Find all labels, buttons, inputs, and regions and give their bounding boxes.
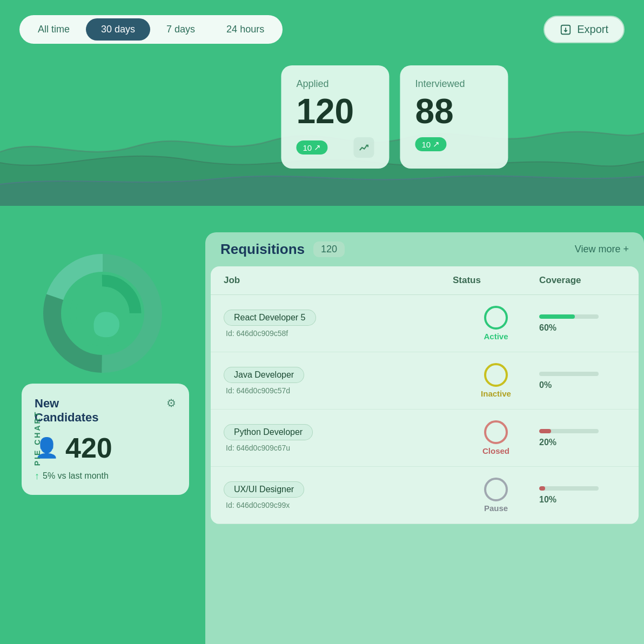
table-row: React Developer 5 Id: 646d0c909c58f Acti… [211,295,639,352]
count-number: 420 [65,432,112,464]
status-circle-2 [484,420,508,444]
applied-chart-icon [353,137,374,158]
job-cell-2: Python Developer Id: 646d0c909c67u [224,424,453,452]
status-circle-3 [484,478,508,501]
progress-bar-fill-2 [539,429,551,433]
requisitions-header: Requisitions 120 View more + [205,232,644,266]
applied-card: Applied 120 10 ↗ [281,65,389,169]
filter-7-days[interactable]: 7 days [151,18,210,41]
settings-icon[interactable]: ⚙ [166,397,176,410]
coverage-cell-3: 10% [539,486,626,505]
pie-chart-label: PIE CHART [33,411,42,466]
requisitions-count-badge: 120 [313,242,345,257]
job-name-1: Java Developer [224,367,304,383]
filter-24-hours[interactable]: 24 hours [211,18,279,41]
job-cell-3: UX/UI Designer Id: 646d0c909c99x [224,481,453,509]
interviewed-card: Interviewed 88 10 ↗ [400,65,508,169]
new-candidates-header: NewCandidates ⚙ [35,397,176,425]
col-status: Status [453,275,539,286]
applied-footer: 10 ↗ [296,137,374,158]
table-row: Java Developer Id: 646d0c909c57d Inactiv… [211,352,639,410]
job-name-0: React Developer 5 [224,310,316,326]
export-icon [560,24,572,36]
filter-all-time[interactable]: All time [23,18,85,41]
coverage-pct-0: 60% [539,323,626,333]
new-candidates-title: NewCandidates [35,397,99,425]
coverage-pct-2: 20% [539,438,626,447]
filter-30-days[interactable]: 30 days [86,18,150,41]
bottom-section: PIE CHART NewCandidates ⚙ [0,232,644,644]
status-label-3: Pause [484,504,508,513]
applied-label: Applied [296,78,374,90]
col-job: Job [224,275,453,286]
status-cell-0: Active [453,306,539,341]
status-cell-1: Inactive [453,363,539,398]
applied-value: 120 [296,94,374,129]
job-id-0: Id: 646d0c909c58f [224,329,453,338]
interviewed-footer: 10 ↗ [415,137,493,151]
pie-chart [43,254,162,373]
left-panel: PIE CHART NewCandidates ⚙ [0,232,205,644]
job-id-2: Id: 646d0c909c67u [224,444,453,452]
progress-bar-fill-0 [539,314,575,319]
progress-bar-bg-2 [539,429,599,433]
job-cell-0: React Developer 5 Id: 646d0c909c58f [224,310,453,338]
growth-badge: ↑ 5% vs last month [35,471,176,482]
table-row: UX/UI Designer Id: 646d0c909c99x Pause 1… [211,467,639,524]
status-label-0: Active [484,332,508,341]
up-arrow-icon: ↑ [35,471,39,482]
requisitions-table: Job Status Coverage React Developer 5 Id… [211,266,639,524]
chart-area: Applied 120 10 ↗ Interviewed 88 [0,55,644,206]
interviewed-label: Interviewed [415,78,493,90]
applied-badge: 10 ↗ [296,140,327,155]
col-coverage: Coverage [539,275,626,286]
header: All time 30 days 7 days 24 hours Export [0,0,644,55]
view-more-button[interactable]: View more + [575,244,629,255]
status-circle-0 [484,306,508,330]
coverage-cell-1: 0% [539,372,626,390]
export-button[interactable]: Export [544,16,625,43]
table-header: Job Status Coverage [211,266,639,295]
job-cell-1: Java Developer Id: 646d0c909c57d [224,367,453,395]
coverage-pct-1: 0% [539,380,626,390]
coverage-pct-3: 10% [539,495,626,505]
interviewed-value: 88 [415,94,493,129]
stat-cards: Applied 120 10 ↗ Interviewed 88 [281,65,508,169]
job-id-1: Id: 646d0c909c57d [224,386,453,395]
progress-bar-fill-3 [539,486,545,491]
new-candidates-card: NewCandidates ⚙ 👤 420 ↑ 5% vs last month [22,384,189,495]
job-name-3: UX/UI Designer [224,481,304,498]
progress-bar-bg-1 [539,372,599,376]
growth-text: 5% vs last month [43,471,109,481]
requisitions-title: Requisitions [220,241,305,258]
status-cell-3: Pause [453,478,539,513]
status-label-2: Closed [482,446,509,455]
coverage-cell-0: 60% [539,314,626,333]
progress-bar-bg-3 [539,486,599,491]
job-id-3: Id: 646d0c909c99x [224,501,453,509]
right-panel: Requisitions 120 View more + Job Status … [205,232,644,644]
time-filter: All time 30 days 7 days 24 hours [19,15,283,44]
candidates-count: 👤 420 [35,432,176,464]
interviewed-badge: 10 ↗ [415,137,446,151]
status-label-1: Inactive [481,389,511,398]
table-row: Python Developer Id: 646d0c909c67u Close… [211,410,639,467]
job-name-2: Python Developer [224,424,313,440]
status-cell-2: Closed [453,420,539,455]
status-circle-1 [484,363,508,387]
progress-bar-bg-0 [539,314,599,319]
coverage-cell-2: 20% [539,429,626,447]
